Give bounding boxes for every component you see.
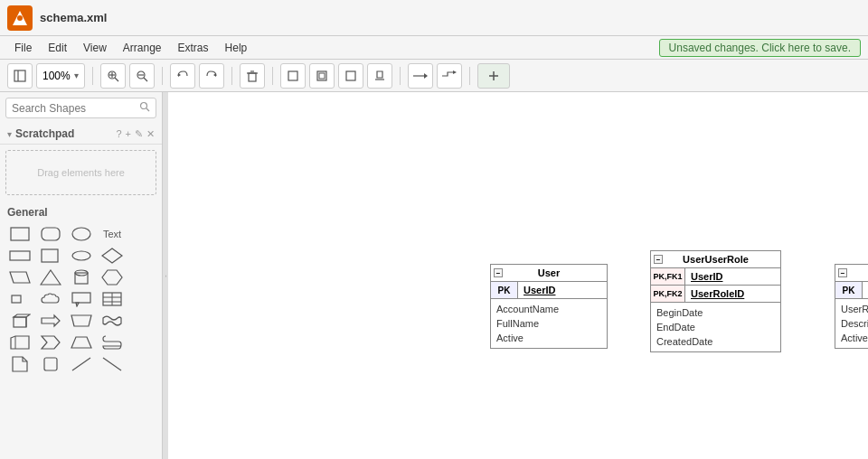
user-fields: AccountName FullName Active bbox=[491, 299, 607, 348]
separator4 bbox=[272, 67, 273, 85]
menu-extras[interactable]: Extras bbox=[171, 40, 216, 56]
shape-rounded-doc[interactable] bbox=[38, 354, 63, 374]
shape-rect[interactable] bbox=[7, 224, 33, 244]
toggle-panel-button[interactable] bbox=[7, 63, 33, 89]
menu-view[interactable]: View bbox=[76, 40, 114, 56]
scratchpad-edit-icon[interactable]: ✎ bbox=[135, 128, 143, 140]
useruserrole-table-minimize[interactable]: − bbox=[654, 255, 663, 264]
style-button[interactable] bbox=[338, 63, 363, 89]
svg-line-55 bbox=[72, 358, 90, 370]
fill-button[interactable] bbox=[367, 63, 392, 89]
shape-parallelogram[interactable] bbox=[7, 267, 33, 287]
userrole-fields: UserRoleName Description Active bbox=[835, 299, 868, 348]
shape-cube[interactable] bbox=[7, 311, 33, 331]
scratchpad-add-icon[interactable]: + bbox=[126, 128, 131, 139]
shape-diagonal-line[interactable] bbox=[69, 354, 94, 374]
shape-hexagon[interactable] bbox=[99, 267, 125, 287]
user-table-minimize[interactable]: − bbox=[494, 268, 503, 277]
shape-diamond[interactable] bbox=[99, 246, 125, 266]
unsaved-banner[interactable]: Unsaved changes. Click here to save. bbox=[659, 39, 861, 57]
svg-marker-12 bbox=[213, 73, 216, 77]
user-table-header: − User bbox=[491, 265, 607, 282]
zoom-control[interactable]: 100% ▾ bbox=[36, 63, 85, 89]
shape-trapezoid[interactable] bbox=[69, 311, 94, 331]
user-pk-row: PK UserID bbox=[491, 282, 607, 299]
user-table[interactable]: − User PK UserID AccountName FullName Ac… bbox=[490, 264, 608, 349]
svg-marker-11 bbox=[178, 73, 181, 77]
zoom-in-button[interactable] bbox=[100, 63, 126, 89]
shape-callout[interactable] bbox=[69, 289, 94, 309]
svg-rect-36 bbox=[75, 273, 88, 284]
scratchpad-dropzone[interactable]: Drag elements here bbox=[5, 150, 156, 195]
userrole-pk-row: PK UserRoleID bbox=[835, 282, 868, 299]
scratchpad-collapse-icon[interactable]: ▾ bbox=[7, 129, 12, 139]
shape-scroll[interactable] bbox=[99, 333, 125, 352]
menu-arrange[interactable]: Arrange bbox=[116, 40, 169, 56]
separator bbox=[92, 67, 93, 85]
shape-cylinder[interactable] bbox=[69, 267, 94, 287]
separator5 bbox=[400, 67, 401, 85]
svg-rect-18 bbox=[319, 73, 325, 79]
shape-diagonal-line2[interactable] bbox=[99, 354, 125, 374]
svg-rect-28 bbox=[42, 228, 60, 240]
user-field-accountname: AccountName bbox=[496, 302, 601, 316]
svg-point-37 bbox=[75, 270, 88, 276]
userrole-table-header: − UserRole bbox=[835, 265, 868, 282]
general-section-label: General bbox=[0, 201, 162, 220]
useruserrole-table[interactable]: − UserUserRole PK,FK1 UserID PK,FK2 User… bbox=[650, 250, 781, 352]
useruserrole-fields: BeginDate EndDate CreatedDate bbox=[651, 303, 780, 351]
shape-ellipse-flat[interactable] bbox=[69, 246, 94, 266]
redo-button[interactable] bbox=[199, 63, 224, 89]
userrole-table[interactable]: − UserRole PK UserRoleID UserRoleName De… bbox=[835, 264, 868, 349]
zoom-out-button[interactable] bbox=[129, 63, 155, 89]
userrole-field-active: Active bbox=[841, 331, 868, 345]
scratchpad-close-icon[interactable]: ✕ bbox=[146, 128, 155, 140]
svg-marker-41 bbox=[76, 303, 79, 306]
shape-trapezoid2[interactable] bbox=[69, 333, 94, 352]
shape-cloud[interactable] bbox=[38, 289, 63, 309]
useruserrole-field-begindate: BeginDate bbox=[656, 305, 775, 320]
shape-open-box[interactable] bbox=[7, 333, 33, 352]
shape-doc[interactable] bbox=[7, 354, 33, 374]
connect-button[interactable] bbox=[408, 63, 433, 89]
menu-help[interactable]: Help bbox=[218, 40, 255, 56]
shapes-row-1: Text bbox=[7, 224, 155, 244]
useruserrole-pk1-label: PK,FK1 bbox=[651, 268, 685, 285]
menu-edit[interactable]: Edit bbox=[41, 40, 74, 56]
shape-ellipse[interactable] bbox=[69, 224, 94, 244]
separator6 bbox=[469, 67, 470, 85]
svg-marker-53 bbox=[71, 337, 91, 348]
title-text: schema.xml bbox=[40, 11, 107, 24]
insert-button[interactable] bbox=[477, 63, 510, 89]
shape-small-rect[interactable] bbox=[7, 289, 33, 309]
svg-rect-40 bbox=[72, 293, 90, 303]
canvas[interactable]: UserRole: arrow pointing right --> − Use… bbox=[168, 92, 868, 459]
shapes-row-2 bbox=[7, 246, 155, 266]
waypoint-button[interactable] bbox=[437, 63, 462, 89]
shape-triangle[interactable] bbox=[38, 267, 63, 287]
shapes-row-7 bbox=[7, 354, 155, 374]
svg-rect-13 bbox=[249, 73, 256, 81]
svg-rect-19 bbox=[346, 71, 355, 80]
delete-button[interactable] bbox=[240, 63, 265, 89]
shape-rect-flat[interactable] bbox=[7, 246, 33, 266]
format-button[interactable] bbox=[280, 63, 306, 89]
undo-button[interactable] bbox=[170, 63, 195, 89]
search-box[interactable] bbox=[5, 98, 156, 118]
shape-chevron[interactable] bbox=[38, 333, 63, 352]
shapes-row-4 bbox=[7, 289, 155, 309]
shape-wave[interactable] bbox=[99, 311, 125, 331]
shape-text[interactable]: Text bbox=[99, 224, 125, 244]
scratchpad-title: Scratchpad bbox=[15, 127, 112, 140]
userrole-table-minimize[interactable]: − bbox=[838, 268, 847, 277]
shape-rect-raised[interactable] bbox=[38, 246, 63, 266]
format2-button[interactable] bbox=[309, 63, 335, 89]
shape-arrow-right[interactable] bbox=[38, 311, 63, 331]
scratchpad-help-icon[interactable]: ? bbox=[116, 128, 121, 139]
search-input[interactable] bbox=[12, 102, 139, 115]
menu-file[interactable]: File bbox=[7, 40, 39, 56]
useruserrole-field-createddate: CreatedDate bbox=[656, 334, 775, 349]
shape-table[interactable] bbox=[99, 289, 125, 309]
shape-rounded-rect[interactable] bbox=[38, 224, 63, 244]
svg-marker-22 bbox=[453, 70, 457, 74]
